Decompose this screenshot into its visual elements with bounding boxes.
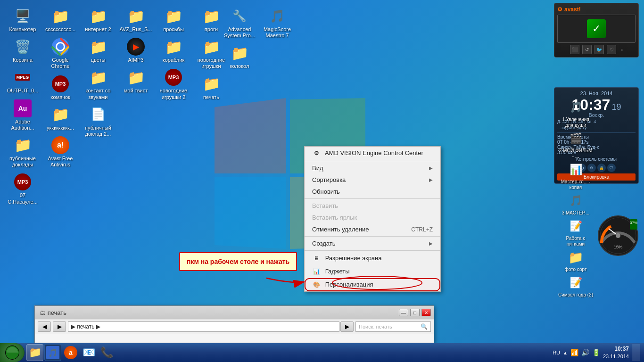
icon-magicscore[interactable]: 🎵 MagicScore Maestro 7 <box>258 5 296 41</box>
ctx-otmenit[interactable]: Отменить удаление CTRL+Z <box>305 223 440 235</box>
icon-aimp3[interactable]: ▶ AIMP3 <box>117 35 155 65</box>
avast-widget: ⚙ avast! ✓ ⬛ ↺ 🐦 ♡ c <box>554 3 641 58</box>
icon-mytvict[interactable]: 📁 мой твист <box>117 66 155 96</box>
icon-kolokol[interactable]: 📁 колокол <box>221 41 258 71</box>
avast-screen: ✓ <box>557 15 636 43</box>
start-button[interactable] <box>0 343 25 362</box>
taskbar-clock[interactable]: 10:37 23.11.2014 <box>603 346 629 360</box>
avast-icons-row: ⬛ ↺ 🐦 ♡ c <box>557 45 636 54</box>
search-icon: 🔍 <box>421 323 428 330</box>
close-button[interactable]: ✕ <box>421 309 431 316</box>
icon-korzina[interactable]: 🗑️ Корзина <box>4 35 41 65</box>
icon-chrome[interactable]: Google Chrome <box>41 35 79 71</box>
icon-pubdoklad2[interactable]: 📄 публичный доклад 2... <box>79 103 117 139</box>
explorer-title: 🗂 печать <box>40 309 397 316</box>
avast-btn4[interactable]: ♡ <box>607 45 616 54</box>
desktop-icons-col2: 📁 сссссссссс... Google Chrome MP3 <box>41 5 79 170</box>
right-file-word[interactable]: 📝 Работа с нитками <box>557 218 594 247</box>
context-menu: ⚙ AMD VISION Engine Control Center Вид ▶… <box>304 146 441 292</box>
go-button[interactable]: ▶ <box>340 321 354 332</box>
ctx-sozdat[interactable]: Создать ▶ <box>305 238 440 249</box>
right-file-3[interactable]: 🎵 3.МАСТЕР.... <box>557 192 594 216</box>
ctx-gadzhety[interactable]: 📊 Гаджеты <box>305 265 440 278</box>
ctx-obnovit[interactable]: Обновить <box>305 186 440 197</box>
svg-text:15%: 15% <box>614 245 622 249</box>
taskbar-lang[interactable]: RU <box>553 350 560 355</box>
taskbar: 📁 🎵 a 📧 📞 RU ▲ 📶 🔊 🔋 10:37 23.11.2014 <box>0 343 644 362</box>
right-file-2[interactable]: 🎬 2.МОЙ ФИЛЬМ - ... <box>557 130 594 159</box>
desktop-icons-col3: 📁 интернет 2 📁 цветы 📁 контакт со звукам… <box>79 5 117 139</box>
icon-folder-s[interactable]: 📁 сссссссссс... <box>41 5 79 34</box>
icon-prosby[interactable]: 📁 просьбы <box>155 5 192 34</box>
avast-title: ⚙ avast! <box>557 6 636 13</box>
ctrl-btn3[interactable]: 🔒 <box>597 164 606 172</box>
avast-btn1[interactable]: ⬛ <box>570 45 579 54</box>
address-bar[interactable]: ▶ печать ▶ <box>68 321 339 332</box>
search-bar[interactable]: Поиск: печать 🔍 <box>355 321 431 332</box>
back-button[interactable]: ◀ <box>38 321 51 332</box>
taskbar-right: RU ▲ 📶 🔊 🔋 10:37 23.11.2014 <box>553 344 644 361</box>
icon-ukkkk[interactable]: 📁 уккккккккк... <box>41 103 79 133</box>
minimize-button[interactable]: — <box>399 309 408 316</box>
svg-point-9 <box>616 233 620 238</box>
ctx-personalizaciya-icon: 🎨 <box>312 280 321 289</box>
taskbar-arrow-up[interactable]: ▲ <box>563 350 568 355</box>
tray-battery: 🔋 <box>592 349 600 356</box>
icon-cvety[interactable]: 📁 цветы <box>79 35 117 65</box>
ctx-amd[interactable]: ⚙ AMD VISION Engine Control Center <box>305 147 440 160</box>
speedo-widget: 15% 37% <box>597 214 639 257</box>
right-files-col1: 🎵 1.Увлечения для души 🎬 2.МОЙ ФИЛЬМ - .… <box>557 99 594 298</box>
taskbar-explorer[interactable]: 📁 <box>26 344 43 361</box>
svg-point-3 <box>58 44 63 49</box>
icon-internet2[interactable]: 📁 интернет 2 <box>79 5 117 34</box>
forward-button[interactable]: ▶ <box>53 321 66 332</box>
taskbar-skype[interactable]: 📞 <box>98 344 115 361</box>
desktop-icons-col8: 🎵 MagicScore Maestro 7 <box>258 5 296 41</box>
ctrl-btn4[interactable]: 🛡 <box>607 164 616 172</box>
right-file-simvol[interactable]: 📝 Символ года (2) <box>557 274 594 298</box>
right-file-ppt[interactable]: 📊 Мастер-кл... - копия <box>557 161 594 190</box>
icon-novogodnie2[interactable]: MP3 новогодние игрушки 2 <box>155 66 192 102</box>
taskbar-items: 📁 🎵 a 📧 📞 <box>25 344 553 361</box>
explorer-toolbar: ◀ ▶ ▶ печать ▶ ▶ Поиск: печать 🔍 <box>35 319 434 334</box>
ctx-sep3 <box>305 236 440 237</box>
maximize-button[interactable]: □ <box>410 309 420 316</box>
ctx-personalizaciya[interactable]: 🎨 Персонализация <box>305 278 440 291</box>
ctx-vstavit-yarl: Вставить ярлык <box>305 212 440 223</box>
right-file-foto[interactable]: 📁 фото сорт <box>557 249 594 272</box>
icon-avast[interactable]: a! Avast Free Antivirus <box>41 134 79 170</box>
icon-pechat-folder[interactable]: 📁 печать <box>192 73 230 102</box>
avast-btn2[interactable]: ↺ <box>582 45 592 54</box>
ctx-razreshenie-icon: 🖥 <box>312 254 321 263</box>
icon-adobe-au[interactable]: Au Adobe Audition... <box>4 97 41 133</box>
ctx-razreshenie[interactable]: 🖥 Разрешение экрана <box>305 252 440 265</box>
icon-output[interactable]: MPEG OUTPUT_0... <box>4 66 41 96</box>
explorer-window: 🗂 печать — □ ✕ ◀ ▶ ▶ печать ▶ ▶ Поиск: п… <box>34 305 434 343</box>
taskbar-mail[interactable]: 📧 <box>80 344 97 361</box>
icon-kontakt[interactable]: 📁 контакт со звуками <box>79 66 117 102</box>
icon-korablik[interactable]: 📁 кораблик <box>155 35 192 65</box>
callout-box: пкм на рабочем столе и нажать <box>179 252 297 271</box>
ctx-sortirovka[interactable]: Сортировка ▶ <box>305 174 440 186</box>
icon-homyachok[interactable]: MP3 хомячок <box>41 73 79 102</box>
ctx-gadzhety-icon: 📊 <box>312 267 321 276</box>
icon-aktivaciya[interactable]: MP3 07 С.Насауле... <box>4 171 41 206</box>
desktop: 🖥️ Компьютер 🗑️ Корзина MPEG OUTPUT_0...… <box>0 0 644 362</box>
ctx-sep1 <box>305 161 440 161</box>
icon-pubdoklady[interactable]: 📁 публичные доклады <box>4 134 41 170</box>
ctx-vid[interactable]: Вид ▶ <box>305 162 440 174</box>
ctx-sortirovka-arrow: ▶ <box>429 177 433 182</box>
desktop-icons-col5: 📁 просьбы 📁 кораблик MP3 новогодние игру… <box>155 5 192 102</box>
taskbar-avast-task[interactable]: a <box>62 344 79 361</box>
icon-avzrus[interactable]: 📁 AVZ_Rus_S... <box>117 5 155 34</box>
icon-computer[interactable]: 🖥️ Компьютер <box>4 5 41 34</box>
desktop-icons-col1: 🖥️ Компьютер 🗑️ Корзина MPEG OUTPUT_0...… <box>4 5 41 207</box>
right-file-1[interactable]: 🎵 1.Увлечения для души <box>557 99 594 128</box>
icon-advanced[interactable]: 🔧 Advanced System Pro... <box>221 5 258 41</box>
address-container: ▶ печать ▶ ▶ <box>68 321 354 332</box>
taskbar-media-player[interactable]: 🎵 <box>44 344 61 361</box>
avast-btn3[interactable]: 🐦 <box>594 45 604 54</box>
show-desktop-button[interactable] <box>632 344 640 361</box>
ctx-vid-arrow: ▶ <box>429 165 433 171</box>
tray-volume: 🔊 <box>581 349 589 356</box>
